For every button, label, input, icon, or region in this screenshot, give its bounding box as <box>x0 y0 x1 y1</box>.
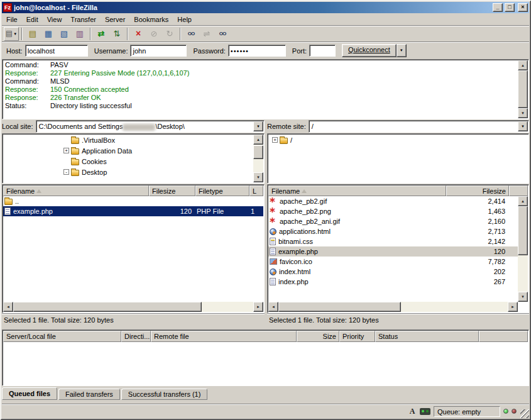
quickconnect-button[interactable]: Quickconnect <box>342 44 397 57</box>
local-file-row-parent[interactable]: .. <box>3 196 263 206</box>
tab-queued-files[interactable]: Queued files <box>2 387 57 400</box>
menu-view[interactable]: View <box>43 14 67 25</box>
disconnect-icon[interactable]: ⊘ <box>146 27 161 41</box>
cancel-icon[interactable]: × <box>131 27 146 41</box>
remote-file-row-selected[interactable]: example.php120 <box>268 246 518 257</box>
scroll-thumb[interactable] <box>278 302 401 312</box>
tree-item-virtualbox[interactable]: .VirtualBox <box>3 135 253 145</box>
local-column-filesize[interactable]: Filesize <box>149 185 195 196</box>
scroll-down-icon[interactable]: ▼ <box>253 172 263 182</box>
toggle-message-log-icon[interactable]: ▤ <box>25 27 40 41</box>
local-site-dropdown-icon[interactable]: ▼ <box>253 121 263 131</box>
remote-column-filler <box>509 185 528 196</box>
remote-vscrollbar[interactable]: ▲ ▼ <box>518 196 528 302</box>
remote-column-filesize[interactable]: Filesize <box>446 185 509 196</box>
remote-file-row[interactable]: apache_pb2.png1,463 <box>268 206 518 216</box>
remote-site-dropdown-icon[interactable]: ▼ <box>518 121 528 131</box>
tab-failed-transfers[interactable]: Failed transfers <box>58 389 120 400</box>
expand-icon[interactable]: + <box>272 137 278 143</box>
toggle-local-tree-icon[interactable]: ▦ <box>41 27 56 41</box>
scroll-up-icon[interactable]: ▲ <box>253 135 263 145</box>
close-button[interactable]: × <box>518 3 528 12</box>
process-queue-icon[interactable]: ⇅ <box>109 27 124 41</box>
remote-site-combo[interactable]: / ▼ <box>309 120 529 133</box>
remote-file-row[interactable]: apache_pb2.gif2,414 <box>268 196 518 206</box>
port-input[interactable] <box>309 45 336 57</box>
filetype: PHP File <box>197 207 224 215</box>
tree-label: .VirtualBox <box>82 136 115 144</box>
menu-bookmarks[interactable]: Bookmarks <box>129 14 173 25</box>
queue-column-remote-file[interactable]: Remote file <box>151 331 297 342</box>
password-label: Password: <box>193 47 225 55</box>
scroll-left-icon[interactable]: ◄ <box>3 302 13 312</box>
queue-column-priority[interactable]: Priority <box>339 331 375 342</box>
image-file-icon <box>270 197 277 205</box>
log-scrollbar[interactable]: ▲ ▼ <box>518 60 528 118</box>
encryption-status-icon[interactable] <box>420 408 430 415</box>
scroll-down-icon[interactable]: ▼ <box>518 108 528 118</box>
remote-file-row[interactable]: applications.html2,713 <box>268 226 518 236</box>
refresh-icon[interactable]: ⇄ <box>94 27 109 41</box>
remote-file-row[interactable]: apache_pb2_ani.gif2,160 <box>268 216 518 226</box>
local-rows: .. example.php 120 PHP File 1 <box>3 196 263 302</box>
tree-item-application-data[interactable]: +Application Data <box>3 145 253 156</box>
scroll-thumb[interactable] <box>253 145 263 159</box>
remote-hscrollbar[interactable]: ◄ ► <box>268 302 518 312</box>
menu-file[interactable]: File <box>2 14 22 25</box>
menu-help[interactable]: Help <box>173 14 196 25</box>
menu-server[interactable]: Server <box>101 14 129 25</box>
local-site-combo[interactable]: C:\Documents and Settings\Desktop\ ▼ <box>36 120 265 133</box>
transfer-type-indicator-icon[interactable]: A <box>408 407 417 416</box>
site-manager-dropdown-icon[interactable]: ▼ <box>13 32 17 36</box>
resize-grip[interactable] <box>520 409 529 418</box>
find-files-icon[interactable]: OO <box>215 27 230 41</box>
remote-file-row[interactable]: index.html202 <box>268 267 518 277</box>
scroll-right-icon[interactable]: ► <box>253 302 263 312</box>
maximize-button[interactable]: □ <box>505 3 515 12</box>
scroll-down-icon[interactable]: ▼ <box>518 292 528 302</box>
username-input[interactable] <box>130 45 187 57</box>
tree-item-root[interactable]: +/ <box>268 135 528 145</box>
remote-file-row[interactable]: index.php267 <box>268 277 518 287</box>
remote-file-row[interactable]: favicon.ico7,782 <box>268 257 518 267</box>
scroll-thumb[interactable] <box>518 70 528 108</box>
tab-successful-transfers[interactable]: Successful transfers (1) <box>121 389 208 400</box>
tree-item-cookies[interactable]: Cookies <box>3 156 253 167</box>
log-prefix: Status: <box>5 102 50 109</box>
remote-file-row[interactable]: bitnami.css2,142 <box>268 236 518 246</box>
queue-column-status[interactable]: Status <box>375 331 479 342</box>
host-input[interactable] <box>25 45 88 57</box>
minimize-button[interactable]: _ <box>493 3 503 12</box>
remote-column-filename[interactable]: Filename <box>268 185 446 196</box>
local-column-filename[interactable]: Filename <box>3 185 149 196</box>
local-column-last-modified[interactable]: L <box>249 185 263 196</box>
menu-edit[interactable]: Edit <box>22 14 43 25</box>
collapse-icon[interactable]: - <box>63 169 69 175</box>
scroll-thumb[interactable] <box>518 206 528 255</box>
scroll-left-icon[interactable]: ◄ <box>268 302 278 312</box>
scroll-up-icon[interactable]: ▲ <box>518 60 528 70</box>
site-manager-icon[interactable]: ▤ ▼ <box>4 27 19 41</box>
scroll-thumb[interactable] <box>13 302 202 312</box>
local-tree-scrollbar[interactable]: ▲ ▼ <box>253 135 263 182</box>
synchronized-browsing-glyph: ⇌ <box>204 30 211 38</box>
queue-column-size[interactable]: Size <box>297 331 339 342</box>
queue-column-server-local-file[interactable]: Server/Local file <box>3 331 121 342</box>
reconnect-icon[interactable]: ↻ <box>162 27 177 41</box>
expand-icon[interactable]: + <box>63 148 69 153</box>
quickconnect-dropdown-icon[interactable]: ▼ <box>397 44 407 57</box>
local-file-row-selected[interactable]: example.php 120 PHP File 1 <box>3 206 263 216</box>
queue-column-direction[interactable]: Directi... <box>121 331 151 342</box>
menu-transfer[interactable]: Transfer <box>66 14 101 25</box>
tree-item-desktop[interactable]: -Desktop <box>3 167 253 177</box>
scroll-up-icon[interactable]: ▲ <box>518 196 528 206</box>
password-input[interactable] <box>228 45 286 57</box>
scroll-right-icon[interactable]: ► <box>508 302 518 312</box>
local-column-filetype[interactable]: Filetype <box>195 185 249 196</box>
local-hscrollbar[interactable]: ◄ ► <box>3 302 263 312</box>
directory-comparison-icon[interactable]: OO <box>183 27 199 41</box>
filesize: 120 <box>180 207 192 215</box>
toggle-remote-tree-icon[interactable]: ▧ <box>57 27 72 41</box>
toggle-queue-icon[interactable]: ▥ <box>72 27 87 41</box>
synchronized-browsing-icon[interactable]: ⇌ <box>199 27 214 41</box>
